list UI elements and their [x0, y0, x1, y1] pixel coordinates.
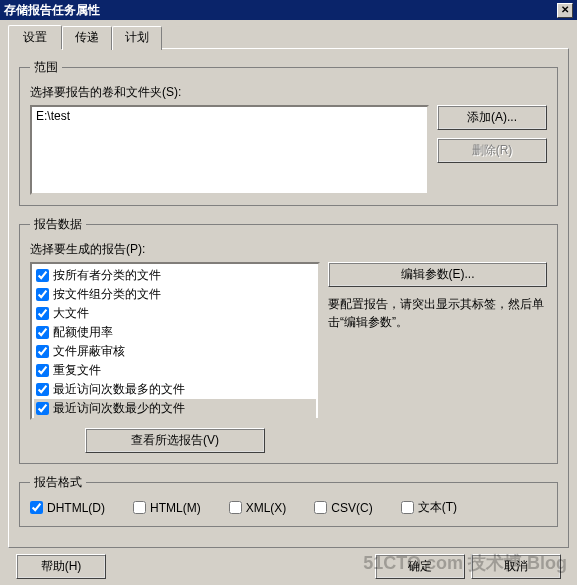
scope-path-item[interactable]: E:\test [36, 109, 423, 123]
dialog-body: 设置 传递 计划 范围 选择要报告的卷和文件夹(S): E:\test 添加(A… [0, 20, 577, 585]
tab-settings[interactable]: 设置 [8, 25, 62, 49]
report-checkbox[interactable] [36, 288, 49, 301]
report-data-instruction: 选择要生成的报告(P): [30, 241, 547, 258]
report-checkbox[interactable] [36, 269, 49, 282]
scope-instruction: 选择要报告的卷和文件夹(S): [30, 84, 547, 101]
format-checkbox[interactable] [30, 501, 43, 514]
tab-delivery[interactable]: 传递 [62, 26, 112, 50]
format-html[interactable]: HTML(M) [133, 501, 201, 515]
report-checkbox[interactable] [36, 326, 49, 339]
report-data-legend: 报告数据 [30, 216, 86, 233]
dialog-button-row: 帮助(H) 确定 取消 [8, 548, 569, 579]
report-item[interactable]: 最近访问次数最多的文件 [34, 380, 316, 399]
edit-params-button[interactable]: 编辑参数(E)... [328, 262, 547, 287]
scope-group: 范围 选择要报告的卷和文件夹(S): E:\test 添加(A)... 删除(R… [19, 59, 558, 206]
formats-group: 报告格式 DHTML(D) HTML(M) XML(X) CSV(C) 文本(T… [19, 474, 558, 527]
title-bar: 存储报告任务属性 ✕ [0, 0, 577, 20]
close-button[interactable]: ✕ [557, 3, 573, 18]
format-text[interactable]: 文本(T) [401, 499, 457, 516]
tab-panel-settings: 范围 选择要报告的卷和文件夹(S): E:\test 添加(A)... 删除(R… [8, 48, 569, 548]
report-checkbox[interactable] [36, 345, 49, 358]
report-item[interactable]: 文件屏蔽审核 [34, 342, 316, 361]
format-checkbox[interactable] [133, 501, 146, 514]
format-checkbox[interactable] [229, 501, 242, 514]
report-checklist[interactable]: 按所有者分类的文件 按文件组分类的文件 大文件 配额使用率 文件屏蔽审核 重复文… [30, 262, 320, 420]
report-item[interactable]: 最近访问次数最少的文件 [34, 399, 316, 418]
report-item[interactable]: 大文件 [34, 304, 316, 323]
tab-schedule[interactable]: 计划 [112, 26, 162, 50]
report-data-group: 报告数据 选择要生成的报告(P): 按所有者分类的文件 按文件组分类的文件 大文… [19, 216, 558, 464]
report-item[interactable]: 重复文件 [34, 361, 316, 380]
format-checkbox[interactable] [401, 501, 414, 514]
cancel-button[interactable]: 取消 [471, 554, 561, 579]
add-button[interactable]: 添加(A)... [437, 105, 547, 130]
report-checkbox[interactable] [36, 364, 49, 377]
format-csv[interactable]: CSV(C) [314, 501, 372, 515]
remove-button[interactable]: 删除(R) [437, 138, 547, 163]
view-selected-report-button[interactable]: 查看所选报告(V) [85, 428, 265, 453]
help-button[interactable]: 帮助(H) [16, 554, 106, 579]
scope-legend: 范围 [30, 59, 62, 76]
formats-legend: 报告格式 [30, 474, 86, 491]
report-item[interactable]: 按文件组分类的文件 [34, 285, 316, 304]
report-checkbox[interactable] [36, 402, 49, 415]
report-checkbox[interactable] [36, 383, 49, 396]
tab-strip: 设置 传递 计划 [8, 24, 569, 48]
edit-params-hint: 要配置报告，请突出显示其标签，然后单击“编辑参数”。 [328, 295, 547, 331]
window-title: 存储报告任务属性 [4, 0, 100, 20]
format-xml[interactable]: XML(X) [229, 501, 287, 515]
format-checkbox[interactable] [314, 501, 327, 514]
scope-path-list[interactable]: E:\test [30, 105, 429, 195]
ok-button[interactable]: 确定 [375, 554, 465, 579]
report-item[interactable]: 按所有者分类的文件 [34, 266, 316, 285]
format-dhtml[interactable]: DHTML(D) [30, 501, 105, 515]
report-item[interactable]: 配额使用率 [34, 323, 316, 342]
report-checkbox[interactable] [36, 307, 49, 320]
